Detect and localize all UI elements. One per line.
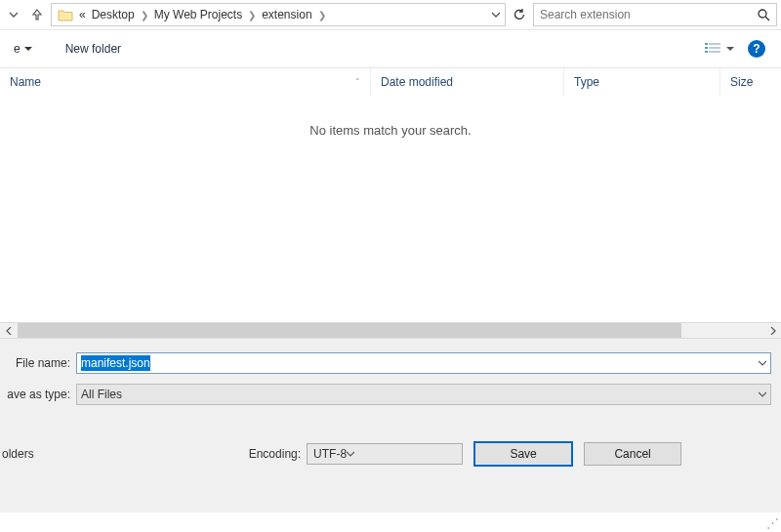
svg-rect-3 xyxy=(709,43,720,45)
action-row: olders Encoding: UTF-8 Save Cancel xyxy=(0,442,781,466)
scroll-right-button[interactable] xyxy=(764,322,781,339)
save-panel: File name: manifest.json ave as type: Al… xyxy=(0,339,781,512)
folder-icon xyxy=(56,3,75,26)
breadcrumb-item[interactable]: Desktop xyxy=(90,8,137,21)
scroll-left-button[interactable] xyxy=(0,322,17,339)
resize-grip-icon[interactable]: ⋰ xyxy=(766,515,779,530)
help-button[interactable]: ? xyxy=(748,40,765,58)
encoding-label: Encoding: xyxy=(249,447,301,461)
search-input[interactable] xyxy=(540,8,758,21)
svg-rect-6 xyxy=(705,51,708,53)
encoding-value: UTF-8 xyxy=(313,447,347,461)
svg-rect-5 xyxy=(709,47,720,49)
up-one-level-button[interactable] xyxy=(27,3,47,26)
column-headers: Name ˄ Date modified Type Size xyxy=(0,68,781,96)
horizontal-scrollbar[interactable] xyxy=(0,322,781,339)
caret-down-icon xyxy=(726,45,734,53)
toolbar: e New folder ? xyxy=(0,29,781,68)
sort-indicator-icon: ˄ xyxy=(355,77,360,87)
breadcrumb-item[interactable]: extension xyxy=(260,8,313,21)
breadcrumb-overflow[interactable]: « xyxy=(77,8,88,21)
column-label: Name xyxy=(10,75,41,89)
save-as-type-combo[interactable]: All Files xyxy=(76,384,771,405)
save-as-type-value: All Files xyxy=(77,388,122,401)
encoding-combo[interactable]: UTF-8 xyxy=(307,443,463,465)
scrollbar-thumb[interactable] xyxy=(18,323,681,338)
svg-point-0 xyxy=(759,10,766,18)
caret-down-icon xyxy=(24,45,32,53)
svg-rect-4 xyxy=(705,47,708,49)
view-icon xyxy=(705,42,722,56)
svg-line-1 xyxy=(765,17,769,20)
chevron-down-icon[interactable] xyxy=(759,359,766,367)
chevron-down-icon[interactable] xyxy=(759,390,766,398)
chevron-right-icon[interactable]: ❯ xyxy=(139,10,150,20)
filename-input[interactable]: manifest.json xyxy=(81,355,150,371)
column-size[interactable]: Size xyxy=(720,68,781,96)
chevron-right-icon[interactable]: ❯ xyxy=(316,10,328,20)
column-name[interactable]: Name ˄ xyxy=(0,68,371,96)
cancel-button[interactable]: Cancel xyxy=(584,442,681,466)
chevron-down-icon[interactable] xyxy=(347,450,354,458)
chevron-right-icon[interactable]: ❯ xyxy=(246,10,258,20)
breadcrumb-item[interactable]: My Web Projects xyxy=(152,8,244,21)
address-dropdown[interactable] xyxy=(491,10,501,20)
history-dropdown[interactable] xyxy=(4,3,23,26)
navigation-bar: « Desktop ❯ My Web Projects ❯ extension … xyxy=(0,0,781,29)
view-options-button[interactable] xyxy=(705,42,734,56)
save-button[interactable]: Save xyxy=(474,442,572,466)
browse-folders-toggle[interactable]: olders xyxy=(0,447,34,461)
svg-rect-2 xyxy=(705,43,708,45)
address-bar[interactable]: « Desktop ❯ My Web Projects ❯ extension … xyxy=(51,3,506,26)
save-as-type-label: ave as type: xyxy=(4,388,76,401)
file-list-empty-message: No items match your search. xyxy=(0,96,781,322)
organize-menu[interactable]: e xyxy=(8,42,38,56)
svg-rect-7 xyxy=(709,51,720,53)
new-folder-button[interactable]: New folder xyxy=(54,42,133,56)
column-type[interactable]: Type xyxy=(564,68,720,96)
search-box[interactable] xyxy=(533,3,777,26)
filename-combo[interactable]: manifest.json xyxy=(76,352,771,374)
organize-label: e xyxy=(14,42,21,56)
filename-label: File name: xyxy=(4,356,76,370)
refresh-button[interactable] xyxy=(510,3,529,26)
search-icon[interactable] xyxy=(758,9,770,21)
column-date-modified[interactable]: Date modified xyxy=(371,68,564,96)
